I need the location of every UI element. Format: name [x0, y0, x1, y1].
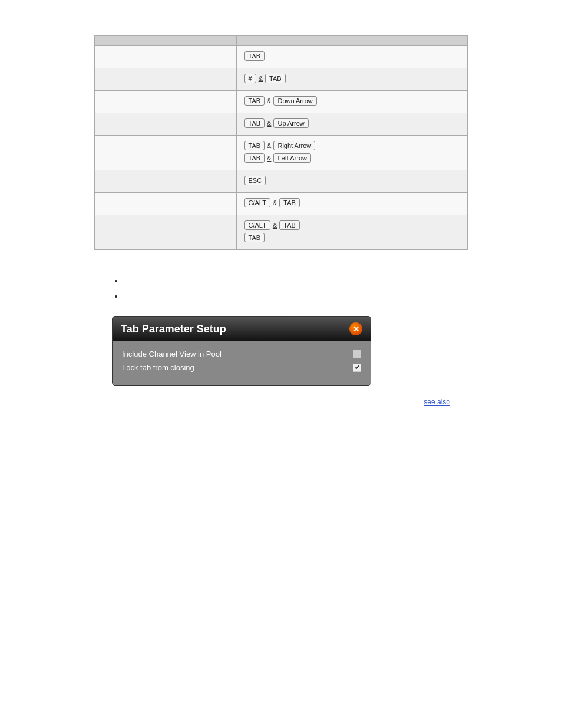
table-row: TAB&Right ArrowTAB&Left Arrow	[95, 136, 468, 170]
cell-desc	[348, 91, 468, 113]
cell-keys: TAB&Down Arrow	[236, 91, 348, 113]
key-badge: TAB	[244, 118, 265, 128]
bullet-section	[112, 274, 468, 304]
cell-desc	[348, 136, 468, 170]
dialog-header: Tab Parameter Setup ✕	[113, 317, 371, 341]
see-also-link[interactable]: see also	[424, 398, 450, 406]
cell-desc	[348, 170, 468, 193]
cell-keys: TAB	[236, 46, 348, 68]
bullet-item-2	[124, 289, 468, 304]
dialog-row-lock-tab: Lock tab from closing✔	[122, 363, 361, 372]
include-channel-view-checkbox[interactable]	[353, 350, 361, 358]
table-row: TAB&Up Arrow	[95, 113, 468, 136]
dialog-container: Tab Parameter Setup ✕ Include Channel Vi…	[112, 316, 371, 386]
col-header-desc	[348, 36, 468, 46]
key-separator: &	[267, 120, 271, 127]
cell-action	[95, 193, 237, 215]
cell-keys: C/ALT&TAB	[236, 193, 348, 215]
cell-desc	[348, 68, 468, 91]
cell-action	[95, 215, 237, 250]
table-row: C/ALT&TABTAB	[95, 215, 468, 250]
bullet-item-1	[124, 274, 468, 289]
table-row: C/ALT&TAB	[95, 193, 468, 215]
dialog-row-label: Include Channel View in Pool	[122, 350, 347, 358]
key-separator: &	[267, 154, 271, 162]
col-header-keys	[236, 36, 348, 46]
table-row: #&TAB	[95, 68, 468, 91]
cell-keys: C/ALT&TABTAB	[236, 215, 348, 250]
key-badge: Left Arrow	[273, 153, 311, 163]
table-row: TAB&Down Arrow	[95, 91, 468, 113]
key-badge: C/ALT	[244, 220, 270, 230]
cell-action	[95, 46, 237, 68]
cell-action	[95, 170, 237, 193]
tab-parameter-dialog: Tab Parameter Setup ✕ Include Channel Vi…	[112, 316, 371, 386]
key-badge: TAB	[244, 233, 265, 242]
key-badge: TAB	[279, 220, 300, 230]
key-badge: Right Arrow	[273, 141, 315, 150]
key-badge: TAB	[244, 96, 265, 106]
dialog-title: Tab Parameter Setup	[121, 323, 226, 335]
cell-keys: ESC	[236, 170, 348, 193]
table-header-row	[95, 36, 468, 46]
cell-action	[95, 91, 237, 113]
key-badge: C/ALT	[244, 198, 270, 207]
cell-desc	[348, 215, 468, 250]
cell-keys: #&TAB	[236, 68, 348, 91]
key-separator: &	[267, 142, 271, 149]
shortcut-table: TAB#&TABTAB&Down ArrowTAB&Up ArrowTAB&Ri…	[94, 35, 468, 250]
dialog-body: Include Channel View in PoolLock tab fro…	[113, 341, 371, 385]
dialog-row-label: Lock tab from closing	[122, 363, 347, 372]
key-separator: &	[273, 199, 277, 206]
dialog-row-include-channel-view: Include Channel View in Pool	[122, 350, 361, 358]
table-row: ESC	[95, 170, 468, 193]
key-badge: Down Arrow	[273, 96, 316, 106]
key-badge: ESC	[244, 176, 266, 185]
key-badge: TAB	[244, 153, 265, 163]
cell-action	[95, 136, 237, 170]
table-row: TAB	[95, 46, 468, 68]
key-separator: &	[259, 75, 263, 82]
cell-desc	[348, 193, 468, 215]
key-badge: TAB	[279, 198, 300, 207]
dialog-close-button[interactable]: ✕	[349, 322, 362, 335]
key-badge: Up Arrow	[273, 118, 308, 128]
key-badge: TAB	[244, 51, 265, 61]
key-separator: &	[267, 97, 271, 104]
cell-action	[95, 68, 237, 91]
cell-desc	[348, 113, 468, 136]
cell-keys: TAB&Right ArrowTAB&Left Arrow	[236, 136, 348, 170]
cell-action	[95, 113, 237, 136]
key-badge: TAB	[244, 141, 265, 150]
lock-tab-checkbox[interactable]: ✔	[353, 364, 361, 372]
col-header-action	[95, 36, 237, 46]
cell-desc	[348, 46, 468, 68]
key-badge: #	[244, 74, 256, 83]
key-badge: TAB	[265, 74, 286, 83]
cell-keys: TAB&Up Arrow	[236, 113, 348, 136]
key-separator: &	[273, 222, 277, 229]
